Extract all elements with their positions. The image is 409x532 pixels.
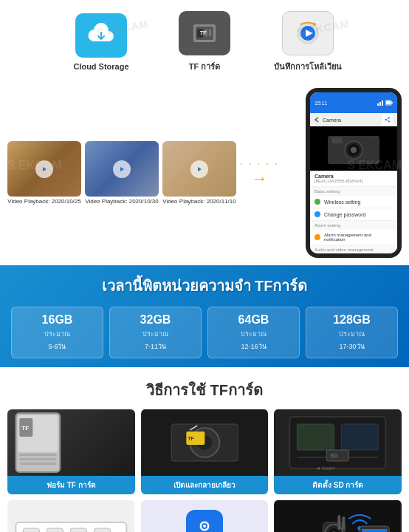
tf-card-item[interactable]: TF TF การ์ด bbox=[168, 11, 241, 73]
menu-section-basic: Basic setting bbox=[310, 187, 397, 196]
arrow-section: · · · · · → bbox=[240, 157, 279, 188]
svg-rect-16 bbox=[386, 101, 391, 104]
video-label-3: Video Playback: 2020/11/10 bbox=[162, 198, 236, 205]
svg-rect-81 bbox=[338, 515, 341, 530]
menu-section-av: Audio and video management bbox=[310, 245, 397, 253]
camera-name-label: Camera bbox=[315, 174, 393, 179]
svg-marker-9 bbox=[43, 167, 47, 171]
phone-camera-info: Camera [8EAC-0A7B55-8D8424] bbox=[310, 171, 397, 187]
svg-rect-60 bbox=[70, 528, 86, 532]
password-label: Change password bbox=[324, 212, 365, 217]
howto-row-2: เปิดแหล่งจ่ายไฟ V380 Pro เปิดแอฟมือถือ bbox=[7, 500, 402, 532]
signal-icon bbox=[377, 100, 383, 106]
app-logo-icon bbox=[193, 517, 216, 532]
menu-wireless[interactable]: Wireless setting bbox=[310, 196, 397, 208]
play-overlay-3 bbox=[190, 160, 208, 178]
alarm-label: Alarm management and notification bbox=[324, 233, 393, 242]
howto-title: วิธีการใช้ TFการ์ด bbox=[7, 378, 402, 402]
svg-rect-84 bbox=[362, 529, 388, 532]
playback-item[interactable]: บันทึกการโหล้เวียน bbox=[271, 11, 345, 73]
howto-img-camera: 20:13 bbox=[274, 500, 402, 532]
tf-16gb-approx: ประมาณ bbox=[15, 329, 100, 339]
tf-128gb-days: 17-30วัน bbox=[309, 341, 394, 352]
howto-item-screw: TF เปิดและกลายเกลียว bbox=[141, 409, 269, 494]
phone-icons bbox=[377, 100, 393, 106]
svg-text:TF: TF bbox=[21, 425, 29, 432]
tf-64gb: 64GB ประมาณ 12-16วัน bbox=[207, 307, 300, 358]
arrow-dots: · · · · · bbox=[240, 157, 279, 169]
video-thumbs-container: Video Playback: 2020/10/25 Video Playbac… bbox=[7, 141, 301, 205]
svg-rect-45 bbox=[342, 424, 379, 450]
svg-rect-44 bbox=[298, 424, 334, 450]
svg-point-26 bbox=[351, 147, 357, 153]
svg-rect-13 bbox=[379, 102, 381, 106]
menu-alarm[interactable]: Alarm management and notification bbox=[310, 230, 397, 245]
video-item-3: Video Playback: 2020/11/10 bbox=[162, 141, 236, 205]
svg-marker-10 bbox=[120, 167, 124, 171]
tf-128gb-approx: ประมาณ bbox=[309, 329, 394, 339]
howto-img-format: TF bbox=[7, 409, 135, 476]
phone-camera-preview bbox=[310, 126, 397, 171]
camera-silhouette-svg bbox=[328, 129, 379, 166]
cloud-icon bbox=[85, 21, 118, 50]
install-svg: SD ◄ insert bbox=[274, 409, 402, 476]
svg-line-21 bbox=[386, 118, 390, 120]
playback-label: บันทึกการโหล้เวียน bbox=[274, 60, 342, 73]
svg-rect-33 bbox=[19, 458, 56, 460]
phone-screen: 15:11 Camera bbox=[310, 92, 397, 253]
tf-card-section: S EKCAM S EKCAM เวลานี้พิตหน่วยความจำ TF… bbox=[0, 265, 409, 367]
camera-id: [8EAC-0A7B55-8D8424] bbox=[315, 179, 393, 183]
howto-item-install: SD ◄ insert ติดตั้ง SD การ์ด bbox=[274, 409, 402, 494]
phone-mockup: 15:11 Camera bbox=[306, 88, 402, 258]
howto-row-1: TF ฟอร์ม TF การ์ด TF bbox=[7, 409, 402, 494]
video-thumb-3[interactable] bbox=[162, 141, 236, 197]
wireless-icon bbox=[315, 199, 320, 205]
svg-point-72 bbox=[203, 525, 206, 528]
menu-password[interactable]: Change password bbox=[310, 208, 397, 221]
play-overlay-1 bbox=[35, 160, 53, 178]
howto-item-power: เปิดแหล่งจ่ายไฟ bbox=[7, 500, 135, 532]
power-svg bbox=[7, 500, 135, 532]
video-row: Video Playback: 2020/10/25 Video Playbac… bbox=[7, 141, 301, 205]
tf-16gb: 16GB ประมาณ 5-6วัน bbox=[11, 307, 103, 358]
svg-rect-52 bbox=[23, 528, 39, 532]
camera-connect-svg: 20:13 bbox=[274, 500, 402, 532]
phone-share-button[interactable] bbox=[382, 114, 393, 126]
tf-label: TF การ์ด bbox=[189, 60, 221, 73]
tf-64gb-approx: ประมาณ bbox=[211, 329, 296, 339]
howto-img-app: V380 Pro bbox=[141, 500, 269, 532]
alarm-icon bbox=[315, 234, 320, 240]
sdcard-svg: TF bbox=[7, 409, 135, 476]
password-icon bbox=[315, 211, 320, 217]
video-label-1: Video Playback: 2020/10/25 bbox=[7, 198, 81, 205]
howto-item-app: V380 Pro เปิดแอฟมือถือ bbox=[141, 500, 269, 532]
back-icon bbox=[314, 117, 320, 123]
menu-section-alarm: Alarm setting bbox=[310, 221, 397, 230]
playback-icon-box bbox=[282, 11, 334, 55]
phone-status-bar: 15:11 bbox=[310, 92, 397, 113]
svg-rect-56 bbox=[47, 528, 63, 532]
svg-line-22 bbox=[386, 120, 390, 122]
tf-128gb-size: 128GB bbox=[309, 313, 394, 327]
phone-time: 15:11 bbox=[315, 100, 328, 106]
app-icon bbox=[186, 510, 223, 532]
screw-svg: TF bbox=[141, 409, 269, 476]
tf-32gb: 32GB ประมาณ 7-11วัน bbox=[109, 307, 202, 358]
svg-rect-27 bbox=[331, 137, 343, 143]
tf-64gb-size: 64GB bbox=[211, 313, 296, 327]
svg-rect-34 bbox=[19, 463, 56, 465]
howto-section: วิธีการใช้ TFการ์ด TF ฟอร์ม TF การ์ด bbox=[0, 371, 409, 532]
video-thumb-2[interactable] bbox=[85, 141, 159, 197]
svg-marker-11 bbox=[198, 167, 202, 171]
svg-text:SD: SD bbox=[331, 453, 338, 458]
svg-rect-64 bbox=[94, 528, 110, 532]
tf-32gb-size: 32GB bbox=[113, 313, 198, 327]
tf-16gb-days: 5-6วัน bbox=[15, 341, 100, 352]
svg-text:TF: TF bbox=[200, 30, 207, 35]
camera-visual bbox=[328, 129, 379, 168]
video-thumb-1[interactable] bbox=[7, 141, 81, 197]
video-item-1: Video Playback: 2020/10/25 bbox=[7, 141, 81, 205]
cloud-storage-item[interactable]: Cloud Storage bbox=[64, 13, 138, 71]
svg-rect-82 bbox=[343, 516, 346, 530]
svg-rect-14 bbox=[382, 100, 383, 106]
